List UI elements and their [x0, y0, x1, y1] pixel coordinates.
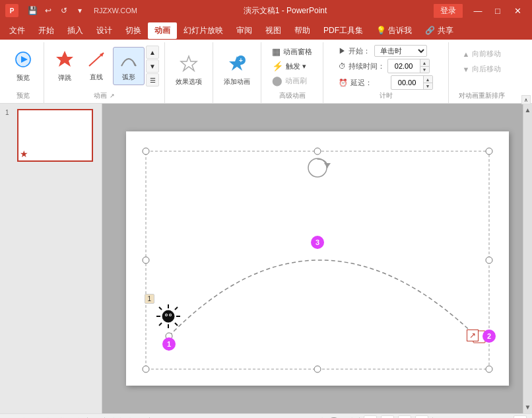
svg-point-20	[314, 366, 321, 372]
dropdown-arrow[interactable]: ▾	[74, 5, 86, 17]
svg-point-26	[482, 330, 496, 343]
effect-group-label	[170, 99, 207, 103]
svg-marker-3	[56, 51, 73, 67]
slide-sorter-button[interactable]: ⊞	[381, 415, 394, 419]
vertical-scrollbar[interactable]: ▲ ▼	[523, 104, 532, 413]
menu-design[interactable]: 设计	[90, 22, 119, 39]
svg-text:2: 2	[486, 332, 490, 340]
animation-pane-button[interactable]: ▦ 动画窗格	[267, 45, 317, 58]
undo-icon[interactable]: ↩	[42, 5, 54, 17]
menu-file[interactable]: 文件	[3, 22, 32, 39]
arc-animation-path	[169, 260, 476, 336]
line-icon	[86, 50, 106, 71]
slideshow-view-button[interactable]: ▶	[415, 415, 428, 419]
line-animation-button[interactable]: 直线	[81, 48, 112, 85]
svg-point-42	[170, 314, 171, 316]
slide-number: 1	[5, 109, 15, 116]
ribbon-group-timing: ▶ 开始： 单击时 与上一动画同时 上一动画之后 ⏱ 持续时间： ▲ ▼	[323, 42, 449, 103]
arc-animation-button[interactable]: 弧形	[113, 47, 145, 85]
fit-window-button[interactable]: ⊡	[514, 415, 527, 419]
title-quick-icons: P 💾 ↩ ↺ ▾ RJZXW.COM	[5, 4, 137, 17]
reading-view-button[interactable]: ⊡	[398, 415, 411, 419]
line-label: 直线	[90, 73, 103, 82]
delay-spinner: ▲ ▼	[391, 75, 433, 90]
anim-more[interactable]: ☰	[146, 73, 159, 87]
slide-panel: 1 ★	[0, 104, 102, 413]
arc-icon	[119, 50, 139, 71]
menu-transition[interactable]: 切换	[119, 22, 148, 39]
title-bar: P 💾 ↩ ↺ ▾ RJZXW.COM 演示文稿1 - PowerPoint 登…	[0, 0, 532, 21]
save-icon[interactable]: 💾	[26, 5, 38, 17]
preview-group-label: 预览	[8, 90, 38, 103]
menu-view[interactable]: 视图	[259, 22, 288, 39]
start-label: ▶ 开始：	[339, 46, 372, 56]
slide-canvas[interactable]: 3 2 1 1	[126, 131, 509, 386]
menu-tell[interactable]: 💡 告诉我	[370, 22, 418, 39]
svg-point-17	[143, 257, 149, 263]
svg-marker-7	[181, 56, 197, 71]
add-animation-button[interactable]: + 添加动画	[218, 52, 255, 89]
duration-up[interactable]: ▲	[420, 59, 429, 66]
add-animation-label: 添加动画	[224, 77, 250, 87]
move-forward-icon: ▲	[463, 50, 470, 58]
duration-spinner: ▲ ▼	[387, 59, 430, 73]
scroll-up-arrow[interactable]: ▲	[522, 104, 532, 116]
status-bar: 幻灯片 第 1 张，共 1 张 ⊡ 中文(中国) 🗒 备注 💬 批注 ⊟ ⊞ ⊡…	[0, 413, 532, 418]
anim-scroll-down[interactable]: ▼	[146, 59, 159, 73]
svg-rect-11	[146, 151, 489, 369]
menu-start[interactable]: 开始	[32, 22, 61, 39]
animated-object[interactable]	[154, 302, 183, 331]
anim-scroll-up[interactable]: ▲	[146, 46, 159, 59]
preview-button[interactable]: 预览	[8, 47, 38, 85]
ribbon-group-effects: 效果选项	[165, 42, 213, 103]
bounce-animation-button[interactable]: 弹跳	[50, 47, 80, 85]
move-forward-label: 向前移动	[472, 49, 501, 59]
status-right: 🗒 备注 💬 批注 ⊟ ⊞ ⊡ ▶ − + 47% ⊡	[301, 415, 527, 419]
move-backward-icon: ▼	[463, 65, 470, 73]
svg-line-34	[159, 307, 162, 310]
preview-icon	[13, 50, 33, 72]
delay-up[interactable]: ▲	[423, 76, 432, 83]
restore-button[interactable]: □	[488, 3, 507, 18]
redo-icon[interactable]: ↺	[58, 5, 70, 17]
duration-down[interactable]: ▼	[420, 66, 429, 73]
ribbon-group-order: ▲ 向前移动 ▼ 向后移动 对动画重新排序	[449, 42, 515, 103]
scroll-down-arrow[interactable]: ▼	[522, 401, 532, 413]
ribbon-group-add-anim: + 添加动画	[213, 42, 261, 103]
menu-slideshow[interactable]: 幻灯片放映	[177, 22, 230, 39]
menu-animation[interactable]: 动画	[148, 22, 177, 39]
delay-down[interactable]: ▼	[423, 83, 432, 89]
menu-bar: 文件 开始 插入 设计 切换 动画 幻灯片放映 审阅 视图 帮助 PDF工具集 …	[0, 21, 532, 40]
slide-thumbnail-1[interactable]: 1 ★	[3, 106, 99, 164]
menu-insert[interactable]: 插入	[61, 22, 90, 39]
move-forward-button[interactable]: ▲ 向前移动	[459, 48, 506, 60]
anim-brush-label: 动画刷	[285, 76, 307, 86]
normal-view-button[interactable]: ⊟	[364, 415, 377, 419]
svg-point-38	[162, 310, 174, 322]
move-backward-button[interactable]: ▼ 向后移动	[459, 63, 506, 75]
start-select[interactable]: 单击时 与上一动画同时 上一动画之后	[374, 45, 427, 57]
svg-text:+: +	[239, 57, 243, 64]
menu-help[interactable]: 帮助	[288, 22, 317, 39]
trigger-button[interactable]: ⚡ 触发 ▾	[267, 59, 317, 73]
svg-point-12	[308, 158, 327, 177]
menu-review[interactable]: 审阅	[230, 22, 259, 39]
ribbon-collapse-button[interactable]: ∧	[521, 95, 531, 104]
effect-options-button[interactable]: 效果选项	[170, 52, 207, 89]
minimize-button[interactable]: —	[469, 3, 487, 18]
login-button[interactable]: 登录	[433, 3, 463, 18]
menu-pdf[interactable]: PDF工具集	[317, 22, 370, 39]
svg-point-18	[486, 257, 492, 263]
duration-input[interactable]	[388, 61, 420, 71]
ribbon-content: 预览 预览 弹跳	[0, 40, 532, 103]
menu-share[interactable]: 🔗 共享	[418, 22, 459, 39]
animation-group-expand[interactable]: ↗	[110, 92, 115, 99]
delay-input[interactable]	[391, 78, 423, 87]
website-label: RJZXW.COM	[94, 7, 137, 15]
animation-brush-button[interactable]: ⬤ 动画刷	[267, 74, 317, 87]
bounce-label: 弹跳	[58, 73, 71, 83]
timing-group-label: 计时	[329, 90, 443, 103]
close-button[interactable]: ✕	[508, 3, 527, 18]
animation-scroll: ▲ ▼ ☰	[146, 46, 159, 87]
window-controls: — □ ✕	[469, 3, 527, 18]
